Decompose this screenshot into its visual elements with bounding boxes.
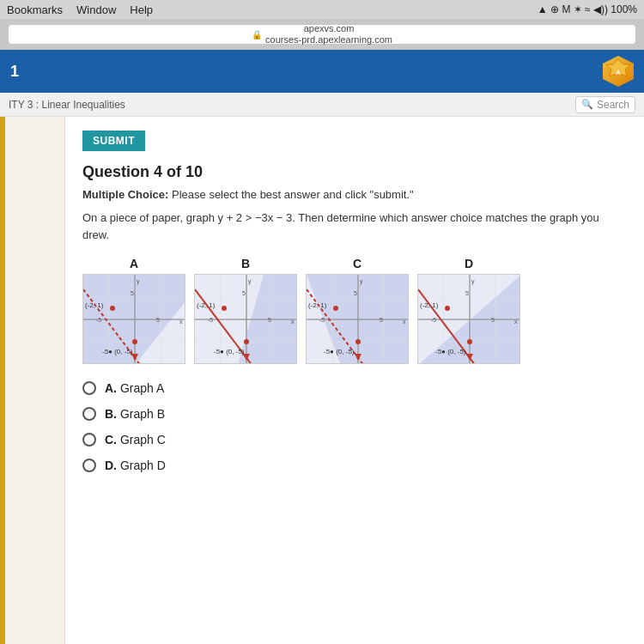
breadcrumb-text: ITY 3 : Linear Inequalities xyxy=(9,99,125,111)
svg-text:-5: -5 xyxy=(319,317,325,323)
svg-point-55 xyxy=(333,306,338,311)
content-inner: SUBMIT Question 4 of 10 Multiple Choice:… xyxy=(65,117,644,644)
graph-c-container: C xyxy=(306,257,409,364)
main-layout: SUBMIT Question 4 of 10 Multiple Choice:… xyxy=(0,117,644,644)
svg-point-34 xyxy=(222,306,227,311)
app-header-title: 1 xyxy=(10,63,19,81)
url-text: apexvs.com courses-prd.apexlearning.com xyxy=(265,23,392,46)
lock-icon: 🔒 xyxy=(252,30,262,39)
app-logo: A xyxy=(601,54,635,88)
graph-b-label: B xyxy=(241,257,250,270)
question-type: Multiple Choice: Please select the best … xyxy=(82,188,627,201)
svg-point-15 xyxy=(132,339,137,344)
breadcrumb-bar: ITY 3 : Linear Inequalities 🔍 Search xyxy=(0,93,644,117)
svg-point-57 xyxy=(355,339,361,344)
svg-point-13 xyxy=(110,306,115,311)
svg-text:5: 5 xyxy=(242,290,246,296)
svg-text:-5● (0, -5): -5● (0, -5) xyxy=(102,348,133,355)
svg-text:5: 5 xyxy=(491,317,495,323)
answer-text-c: C. Graph C xyxy=(105,433,166,447)
answer-choice-b[interactable]: B. Graph B xyxy=(82,407,627,421)
svg-text:A: A xyxy=(616,69,621,76)
graph-c-label: C xyxy=(353,257,361,270)
svg-text:-5: -5 xyxy=(431,317,436,323)
menu-bar: Bookmarks Window Help ▲ ⊕ M ✶ ≈ ◀)) 100% xyxy=(0,0,644,19)
radio-a[interactable] xyxy=(82,381,96,395)
system-status: ▲ ⊕ M ✶ ≈ ◀)) 100% xyxy=(538,3,637,15)
graph-d-container: D xyxy=(417,257,520,364)
search-icon: 🔍 xyxy=(581,99,593,110)
sidebar xyxy=(5,117,65,644)
answer-choice-d[interactable]: D. Graph D xyxy=(82,459,627,472)
answer-choice-a[interactable]: A. Graph A xyxy=(82,381,627,395)
svg-text:5: 5 xyxy=(465,290,469,296)
svg-text:-5● (0, -5): -5● (0, -5) xyxy=(435,348,466,355)
svg-text:x: x xyxy=(291,319,295,325)
answer-label-c: Graph C xyxy=(120,433,166,447)
answer-label-d: Graph D xyxy=(120,459,166,472)
svg-point-78 xyxy=(467,339,472,344)
answer-text-b: B. Graph B xyxy=(105,407,165,421)
svg-point-76 xyxy=(445,306,450,311)
svg-text:y: y xyxy=(248,278,252,285)
answer-choice-c[interactable]: C. Graph C xyxy=(82,433,627,447)
answer-letter-a: A. xyxy=(105,381,117,395)
answer-text-a: A. Graph A xyxy=(105,381,164,395)
content-area: SUBMIT Question 4 of 10 Multiple Choice:… xyxy=(65,117,644,644)
menu-bookmarks[interactable]: Bookmarks xyxy=(7,3,63,16)
submit-button[interactable]: SUBMIT xyxy=(82,131,145,151)
answer-letter-d: D. xyxy=(105,459,117,472)
radio-c[interactable] xyxy=(82,433,96,447)
graph-b: (-2, 1) -5● (0, -5) y x 5 -5 5 xyxy=(194,274,297,364)
svg-text:-5: -5 xyxy=(96,317,101,323)
svg-text:5: 5 xyxy=(380,317,383,323)
browser-bar: 🔒 apexvs.com courses-prd.apexlearning.co… xyxy=(0,19,644,50)
menu-bar-right: ▲ ⊕ M ✶ ≈ ◀)) 100% xyxy=(538,3,637,15)
menu-window[interactable]: Window xyxy=(76,3,116,16)
search-box[interactable]: 🔍 Search xyxy=(575,96,635,113)
question-type-label: Multiple Choice: xyxy=(82,188,168,201)
svg-text:5: 5 xyxy=(268,317,271,323)
question-type-instruction: Please select the best answer and click … xyxy=(172,188,414,201)
graph-d: (-2, 1) -5● (0, -5) y x 5 -5 5 xyxy=(417,274,520,364)
answer-choices: A. Graph A B. Graph B C. Graph C xyxy=(82,381,627,472)
svg-text:-5● (0, -5): -5● (0, -5) xyxy=(324,348,355,355)
svg-text:-5● (0, -5): -5● (0, -5) xyxy=(214,348,245,355)
question-text: On a piece of paper, graph y + 2 > −3x −… xyxy=(82,210,627,243)
svg-text:(-2, 1): (-2, 1) xyxy=(420,301,439,309)
logo-shape: A xyxy=(603,56,634,87)
answer-letter-b: B. xyxy=(105,407,117,421)
svg-text:x: x xyxy=(514,319,518,325)
svg-text:(-2, 1): (-2, 1) xyxy=(308,301,327,309)
svg-text:-5: -5 xyxy=(208,317,213,323)
svg-text:y: y xyxy=(360,278,363,285)
graph-a-container: A xyxy=(82,257,185,364)
svg-text:5: 5 xyxy=(131,290,134,296)
svg-text:y: y xyxy=(471,278,475,285)
svg-text:x: x xyxy=(403,319,406,325)
answer-label-a: Graph A xyxy=(120,381,164,395)
graph-a: (-2, 1) -5● (0, -5) y x 5 -5 5 xyxy=(82,274,185,364)
svg-text:x: x xyxy=(179,319,183,325)
svg-text:5: 5 xyxy=(354,290,357,296)
menu-help[interactable]: Help xyxy=(130,3,153,16)
radio-d[interactable] xyxy=(82,459,96,472)
graph-a-label: A xyxy=(130,257,138,270)
question-heading: Question 4 of 10 xyxy=(82,163,627,181)
svg-text:(-2, 1): (-2, 1) xyxy=(197,301,216,309)
graph-c: (-2, 1) -5● (0, -5) y x 5 -5 5 xyxy=(306,274,409,364)
answer-text-d: D. Graph D xyxy=(105,459,166,472)
graph-d-label: D xyxy=(465,257,473,270)
svg-text:(-2, 1): (-2, 1) xyxy=(85,301,104,309)
radio-b[interactable] xyxy=(82,407,96,421)
svg-text:5: 5 xyxy=(156,317,160,323)
search-label: Search xyxy=(597,99,629,111)
graph-b-container: B xyxy=(194,257,297,364)
svg-point-36 xyxy=(244,339,249,344)
url-bar[interactable]: 🔒 apexvs.com courses-prd.apexlearning.co… xyxy=(9,25,635,44)
graphs-row: A xyxy=(82,257,627,364)
answer-letter-c: C. xyxy=(105,433,117,447)
app-header: 1 A xyxy=(0,50,644,93)
svg-text:y: y xyxy=(137,278,140,285)
answer-label-b: Graph B xyxy=(120,407,165,421)
